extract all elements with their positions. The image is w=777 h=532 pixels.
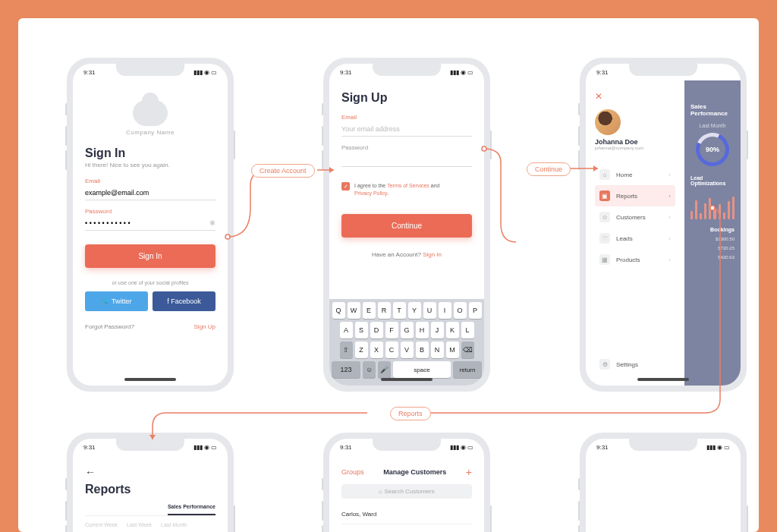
chart-icon: ▣	[599, 190, 610, 201]
keyboard[interactable]: QWERTYUIOP ASDFGHJKL ⇧ZXCVBNM⌫ 123☺🎤spac…	[329, 299, 484, 386]
customer-row[interactable]: Johnny, Kelly	[341, 524, 472, 532]
status-time: 9:31	[83, 444, 96, 451]
nav-leads[interactable]: ♡Leads›	[595, 228, 675, 249]
sign-in-button[interactable]: Sign In	[85, 244, 215, 268]
drawer-backdrop: Sales Performance Last Month 90% Lead Op…	[684, 80, 741, 386]
terms-text: I agree to the Terms of Services and Pri…	[354, 182, 439, 197]
nav-drawer: ✕ Johanna Doe johanna@company.com ⌂Home›…	[586, 80, 684, 386]
email-input[interactable]	[341, 122, 472, 137]
status-time: 9:31	[596, 69, 609, 76]
page-title: Sign In	[85, 146, 215, 160]
signal-icon: ▮▮▮	[450, 444, 459, 451]
screen-nav-drawer: 9:31 ▮▮▮◉▭ Sales Performance Last Month …	[580, 58, 747, 392]
chevron-right-icon: ›	[668, 257, 671, 263]
box-icon: ▦	[599, 254, 610, 265]
home-icon: ⌂	[599, 169, 610, 180]
terms-row[interactable]: ✓ I agree to the Terms of Services and P…	[341, 182, 472, 197]
bd-bookings-title: Bookings	[690, 227, 735, 232]
email-input[interactable]	[85, 186, 215, 200]
close-icon[interactable]: ✕	[595, 91, 675, 102]
signal-icon: ▮▮▮	[450, 69, 459, 76]
status-time: 9:31	[83, 69, 96, 76]
add-icon[interactable]: +	[466, 466, 472, 478]
password-input[interactable]	[85, 216, 215, 231]
bd-lead-opt: Lead Optimizations	[690, 175, 735, 186]
wifi-icon: ◉	[717, 444, 722, 451]
flow-canvas: Create Account Continue Reports 9:31 ▮▮▮…	[18, 18, 759, 532]
terms-checkbox[interactable]: ✓	[341, 182, 350, 190]
battery-icon: ▭	[724, 444, 730, 451]
donut-chart: 90%	[691, 128, 734, 171]
twitter-icon: 🐦	[102, 297, 112, 305]
connector-label-continue: Continue	[527, 162, 571, 176]
or-divider: or use one of your social profiles	[85, 280, 215, 285]
back-arrow-icon[interactable]: ←	[85, 466, 215, 478]
have-account-text: Have an Account? Sign In	[341, 251, 472, 258]
page-title: Manage Customers	[383, 468, 446, 476]
page-title: Reports	[85, 483, 215, 496]
customer-row[interactable]: Carlos, Ward	[341, 505, 472, 524]
email-label: Email	[85, 178, 215, 184]
chevron-left-icon: ‹	[668, 193, 671, 200]
nav-customers[interactable]: ☺Customers›	[595, 206, 675, 228]
tab-sales-performance[interactable]: Sales Performance	[168, 504, 215, 515]
password-label: Password	[341, 144, 472, 151]
battery-icon: ▭	[467, 69, 473, 76]
sign-in-link[interactable]: Sign In	[423, 251, 442, 258]
password-label: Password	[85, 208, 215, 215]
bd-sales-title: Sales Performance	[690, 103, 735, 117]
user-email: johanna@company.com	[595, 146, 675, 150]
users-icon: ☺	[599, 212, 610, 222]
page-subtitle: Hi there! Nice to see you again.	[85, 162, 215, 168]
connector-label-create: Create Account	[251, 164, 315, 178]
avatar[interactable]	[595, 109, 621, 135]
facebook-button[interactable]: f Facebook	[153, 291, 215, 311]
sign-up-link[interactable]: Sign Up	[194, 323, 215, 330]
search-input[interactable]: ⌕ Search Customers	[341, 484, 472, 499]
tab-current-week[interactable]: Current Week	[85, 522, 118, 527]
chevron-right-icon: ›	[668, 172, 671, 178]
gear-icon: ⚙	[599, 359, 610, 370]
wifi-icon: ◉	[461, 444, 466, 451]
forgot-password-link[interactable]: Forgot Password?	[85, 323, 134, 330]
signal-icon: ▮▮▮	[706, 69, 716, 76]
status-time: 9:31	[340, 69, 352, 76]
nav-home[interactable]: ⌂Home›	[595, 164, 675, 185]
status-time: 9:31	[340, 444, 352, 451]
battery-icon: ▭	[211, 69, 217, 76]
signal-icon: ▮▮▮	[193, 69, 203, 76]
bar-chart	[690, 190, 735, 219]
twitter-button[interactable]: 🐦 Twitter	[85, 291, 148, 311]
wifi-icon: ◉	[461, 69, 466, 76]
nav-settings[interactable]: ⚙Settings	[595, 354, 675, 375]
wifi-icon: ◉	[717, 69, 722, 76]
battery-icon: ▭	[211, 444, 217, 451]
report-tabs: Sales Performance	[85, 504, 215, 516]
company-name: Company Name	[85, 129, 215, 136]
screen-reports: 9:31 ▮▮▮◉▭ ← Reports Sales Performance C…	[67, 433, 234, 532]
chevron-right-icon: ›	[668, 235, 671, 242]
screen-blank: 9:31 ▮▮▮◉▭	[580, 433, 747, 532]
wifi-icon: ◉	[204, 444, 209, 451]
signal-icon: ▮▮▮	[706, 444, 716, 451]
eye-icon[interactable]: ◉	[209, 219, 215, 226]
groups-link[interactable]: Groups	[341, 468, 364, 476]
nav-reports[interactable]: ▣Reports‹	[595, 185, 675, 206]
page-title: Sign Up	[341, 91, 472, 105]
user-name: Johanna Doe	[595, 138, 675, 146]
password-input[interactable]	[341, 153, 472, 167]
status-time: 9:31	[596, 444, 609, 451]
continue-button[interactable]: Continue	[341, 214, 472, 238]
tab-last-month[interactable]: Last Month	[161, 522, 187, 527]
chevron-right-icon: ›	[668, 214, 671, 221]
signal-icon: ▮▮▮	[193, 444, 203, 451]
tab-last-week[interactable]: Last Week	[127, 522, 152, 527]
bd-last-month: Last Month	[690, 123, 735, 128]
wifi-icon: ◉	[204, 69, 209, 76]
email-label: Email	[341, 114, 472, 121]
screen-sign-up: 9:31 ▮▮▮◉▭ Sign Up Email Password ✓ I ag…	[323, 58, 490, 392]
battery-icon: ▭	[724, 69, 730, 76]
battery-icon: ▭	[467, 444, 473, 451]
nav-products[interactable]: ▦Products›	[595, 249, 675, 270]
heart-icon: ♡	[599, 233, 610, 244]
